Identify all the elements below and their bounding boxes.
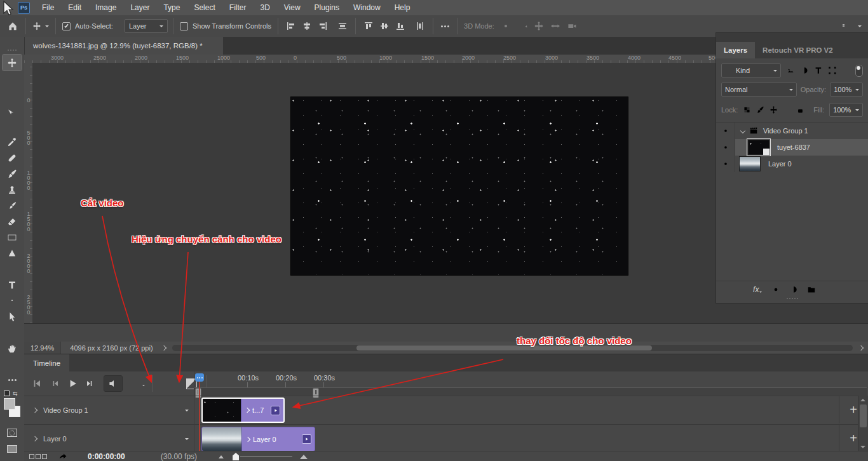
blend-mode-dropdown[interactable]: Normal <box>721 83 797 97</box>
dodge-tool[interactable] <box>3 261 22 277</box>
hand-tool[interactable] <box>3 340 22 356</box>
path-selection-tool[interactable] <box>3 309 22 324</box>
layer-row-video-group[interactable]: Video Group 1 <box>716 123 868 139</box>
zoom-in-timeline-icon[interactable] <box>300 455 308 459</box>
healing-brush-tool[interactable] <box>3 150 22 166</box>
delete-layer-icon[interactable] <box>843 285 851 294</box>
align-vertical-centers-icon[interactable] <box>379 21 390 31</box>
move-tool[interactable] <box>3 55 22 70</box>
lock-position-icon[interactable] <box>770 105 778 114</box>
auto-select-checkbox[interactable] <box>62 22 71 30</box>
filter-image-layers-icon[interactable] <box>786 66 795 75</box>
zoom-level[interactable]: 12.94% <box>24 342 61 354</box>
blur-tool[interactable] <box>3 245 22 261</box>
previous-frame-button[interactable] <box>46 376 64 391</box>
eraser-tool[interactable] <box>3 213 22 229</box>
zoom-tool[interactable] <box>3 356 22 372</box>
workspace-caret[interactable] <box>858 25 862 29</box>
track-expand-chevron[interactable] <box>32 436 37 441</box>
edit-toolbar-button[interactable] <box>3 372 22 388</box>
close-button[interactable] <box>846 1 868 15</box>
align-right-edges-icon[interactable] <box>318 21 328 31</box>
layer-thumbnail[interactable] <box>748 140 770 155</box>
split-at-playhead-button[interactable] <box>161 376 179 391</box>
gradient-tool[interactable] <box>3 229 22 245</box>
new-adjustment-layer-icon[interactable] <box>789 285 798 294</box>
mute-audio-button[interactable] <box>104 376 122 391</box>
type-tool[interactable] <box>3 277 22 293</box>
object-selection-tool[interactable] <box>3 102 22 118</box>
timeline-settings-button[interactable] <box>131 378 145 389</box>
menu-select[interactable]: Select <box>187 3 222 12</box>
toolbar-collapse-icon[interactable] <box>8 39 16 47</box>
filtering-toggle[interactable] <box>855 65 863 77</box>
go-to-first-frame-button[interactable] <box>28 376 46 391</box>
clip-video-badge[interactable] <box>302 434 311 444</box>
3d-roll-icon[interactable] <box>517 21 527 31</box>
history-brush-tool[interactable] <box>3 197 22 213</box>
menu-filter[interactable]: Filter <box>222 3 254 12</box>
distribute-horizontal-icon[interactable] <box>337 21 348 31</box>
swap-colors-icon[interactable]: ⇆ <box>13 391 18 397</box>
lock-all-icon[interactable] <box>796 105 804 114</box>
track-filter-button[interactable] <box>174 406 189 415</box>
menu-window[interactable]: Window <box>346 3 388 12</box>
menu-view[interactable]: View <box>277 3 308 12</box>
timeline-zoom-slider-track[interactable] <box>240 456 292 457</box>
layer-row-tuyet[interactable]: tuyet-6837 <box>716 139 868 156</box>
track-expand-chevron[interactable] <box>32 408 37 413</box>
clone-stamp-tool[interactable] <box>3 182 22 197</box>
panel-menu-icon[interactable] <box>854 46 863 55</box>
scroll-up-arrow[interactable] <box>860 396 865 401</box>
clip-layer-0[interactable]: Layer 0 <box>201 427 315 451</box>
color-swatches[interactable]: ⇆ <box>4 391 20 421</box>
visibility-eye-icon[interactable] <box>716 156 735 172</box>
menu-type[interactable]: Type <box>156 3 187 12</box>
layer-thumbnail[interactable] <box>739 156 761 171</box>
search-icon[interactable] <box>822 21 832 31</box>
play-button[interactable] <box>64 376 81 391</box>
group-expand-chevron[interactable] <box>740 128 745 133</box>
more-align-options-button[interactable] <box>433 25 457 27</box>
menu-file[interactable]: File <box>35 3 61 12</box>
menu-help[interactable]: Help <box>388 3 417 12</box>
pen-tool[interactable] <box>3 293 22 309</box>
new-layer-icon[interactable] <box>825 285 834 294</box>
layer-row-layer0[interactable]: Layer 0 <box>716 156 868 172</box>
lock-image-pixels-icon[interactable] <box>756 105 764 114</box>
foreground-color-swatch[interactable] <box>4 398 15 410</box>
layer-style-fx-icon[interactable]: fx <box>753 285 762 294</box>
brush-tool[interactable] <box>3 166 22 182</box>
marquee-tool[interactable] <box>3 70 22 86</box>
3d-dolly-camera-icon[interactable] <box>567 21 577 31</box>
render-video-icon[interactable] <box>58 452 67 461</box>
default-colors-icon[interactable] <box>4 391 10 396</box>
lasso-tool[interactable] <box>3 86 22 102</box>
collapse-panel-icon[interactable] <box>841 34 849 41</box>
lock-artboard-icon[interactable] <box>783 105 791 114</box>
timeline-zoom-slider-thumb[interactable] <box>233 453 239 460</box>
filter-type-layers-icon[interactable] <box>814 66 823 75</box>
restore-button[interactable] <box>825 1 846 15</box>
quick-mask-button[interactable] <box>3 425 22 441</box>
distribute-vertical-icon[interactable] <box>415 21 425 31</box>
auto-select-target-dropdown[interactable]: Layer <box>125 19 168 33</box>
scroll-right-chevron[interactable] <box>858 345 864 351</box>
frame-view-toggle[interactable] <box>29 454 47 459</box>
close-panel-icon[interactable] <box>855 34 863 41</box>
3d-slide-icon[interactable] <box>550 21 560 31</box>
clip-tuyet[interactable]: t...7 <box>201 398 285 423</box>
clip-video-badge[interactable] <box>271 406 280 415</box>
minimize-button[interactable] <box>803 1 825 15</box>
fill-value-dropdown[interactable]: 100% <box>829 103 863 117</box>
align-left-edges-icon[interactable] <box>286 21 296 31</box>
visibility-eye-icon[interactable] <box>716 139 735 156</box>
link-layers-icon[interactable] <box>735 285 744 294</box>
tab-timeline[interactable]: Timeline <box>24 354 69 371</box>
filter-smart-objects-icon[interactable] <box>841 66 850 75</box>
vertical-scrollbar-thumb[interactable] <box>860 404 867 427</box>
menu-edit[interactable]: Edit <box>61 3 88 12</box>
track-filter-button[interactable] <box>174 434 189 443</box>
tab-layers[interactable]: Layers <box>716 42 755 58</box>
filter-adjustment-layers-icon[interactable] <box>800 66 809 75</box>
